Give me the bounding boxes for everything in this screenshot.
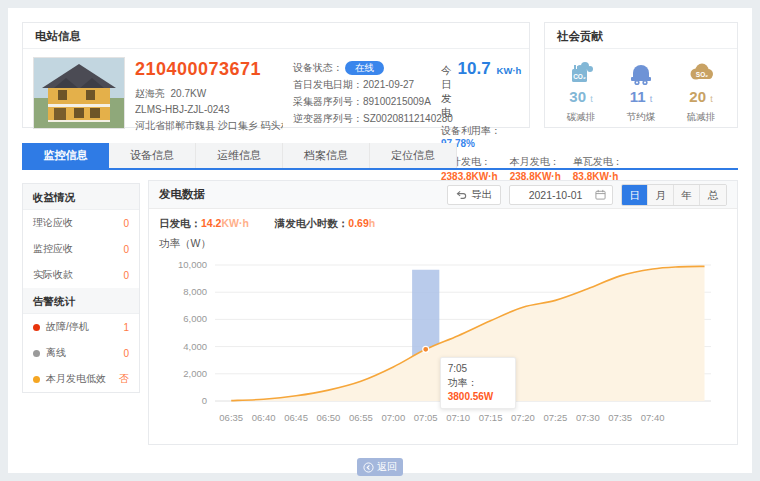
svg-text:07:05: 07:05 xyxy=(414,412,438,423)
station-info-card: 电站信息 xyxy=(22,22,530,128)
tab-monitoring[interactable]: 监控信息 xyxy=(22,143,109,168)
back-button-label: 返回 xyxy=(377,460,397,474)
alarm-row-value: 1 xyxy=(123,322,129,333)
first-gen-date: 2021-09-27 xyxy=(363,76,414,93)
svg-text:07:10: 07:10 xyxy=(446,412,470,423)
income-row-label: 理论应收 xyxy=(33,216,73,230)
tab-equipment[interactable]: 设备信息 xyxy=(109,143,196,168)
svg-text:2,000: 2,000 xyxy=(183,368,207,379)
income-row-label: 实际收款 xyxy=(33,268,73,282)
y-axis-label: 功率（W） xyxy=(159,237,727,251)
alarm-row-value: 否 xyxy=(119,372,129,386)
svg-text:8,000: 8,000 xyxy=(183,286,207,297)
income-row-value: 0 xyxy=(123,270,129,281)
social-contribution-card: 社会贡献 CO₂ 30 t 碳减排 xyxy=(544,22,738,128)
generation-data-panel: 发电数据 导出 2021-10-01 xyxy=(148,180,738,445)
first-gen-label: 首日发电日期： xyxy=(293,76,363,93)
alarm-row-fault: 故障/停机 1 xyxy=(23,314,139,340)
tab-archive[interactable]: 档案信息 xyxy=(283,143,370,168)
svg-text:06:35: 06:35 xyxy=(219,412,243,423)
tab-bar: 监控信息 设备信息 运维信息 档案信息 定位信息 xyxy=(22,143,738,170)
so2-unit: t xyxy=(710,94,713,104)
income-row-label: 监控应收 xyxy=(33,242,73,256)
power-area-chart: 02,0004,0006,0008,00010,00006:3506:4006:… xyxy=(159,253,725,438)
range-month-button[interactable]: 月 xyxy=(648,185,674,205)
svg-text:06:55: 06:55 xyxy=(349,412,373,423)
coal-saving-icon xyxy=(627,59,655,87)
alarm-row-label: 离线 xyxy=(46,346,66,360)
inverter-sn: SZ00208112140280 xyxy=(363,110,453,127)
date-value: 2021-10-01 xyxy=(516,189,595,201)
income-section-title: 收益情况 xyxy=(23,184,139,210)
coal-unit: t xyxy=(650,94,653,104)
export-button[interactable]: 导出 xyxy=(447,185,501,205)
station-owner: 赵海亮 xyxy=(135,88,165,99)
income-row-value: 0 xyxy=(123,218,129,229)
range-year-button[interactable]: 年 xyxy=(674,185,700,205)
offline-status-dot xyxy=(33,350,40,357)
svg-text:10,000: 10,000 xyxy=(178,259,207,270)
chart-panel-title: 发电数据 xyxy=(159,187,205,202)
full-hours-value: 0.69 xyxy=(348,217,368,229)
inverter-sn-label: 逆变器序列号： xyxy=(293,110,363,127)
device-status-label: 设备状态： xyxy=(293,59,343,76)
svg-text:6,000: 6,000 xyxy=(183,313,207,324)
day-generation-label: 日发电： xyxy=(159,217,201,229)
alarm-row-value: 0 xyxy=(123,348,129,359)
svg-text:4,000: 4,000 xyxy=(183,341,207,352)
so2-label: 硫减排 xyxy=(673,111,729,124)
co2-unit: t xyxy=(590,94,593,104)
svg-text:07:20: 07:20 xyxy=(511,412,535,423)
tab-operations[interactable]: 运维信息 xyxy=(196,143,283,168)
calendar-icon xyxy=(595,189,606,200)
svg-text:SO₂: SO₂ xyxy=(696,71,708,78)
full-hours-stat: 满发电小时数：0.69h xyxy=(275,217,375,233)
station-photo xyxy=(33,57,125,129)
svg-text:06:40: 06:40 xyxy=(252,412,276,423)
svg-text:06:50: 06:50 xyxy=(317,412,341,423)
export-arrow-icon xyxy=(456,190,467,200)
station-capacity: 20.7KW xyxy=(171,88,207,99)
income-row-value: 0 xyxy=(123,244,129,255)
so2-value: 20 xyxy=(689,88,706,105)
range-total-button[interactable]: 总 xyxy=(700,185,726,205)
svg-text:07:25: 07:25 xyxy=(544,412,568,423)
station-model: ZLMS-HBJ-ZJL-0243 xyxy=(135,102,283,118)
income-row-actual: 实际收款 0 xyxy=(23,262,139,288)
main-content: 电站信息 xyxy=(8,8,752,473)
svg-text:07:00: 07:00 xyxy=(381,412,405,423)
tab-location[interactable]: 定位信息 xyxy=(370,143,457,168)
date-picker[interactable]: 2021-10-01 xyxy=(509,185,613,205)
tab-underline xyxy=(22,168,738,170)
station-id: 210400073671 xyxy=(135,59,283,80)
alarm-section-title: 告警统计 xyxy=(23,288,139,314)
svg-text:0: 0 xyxy=(202,395,207,406)
export-button-label: 导出 xyxy=(471,188,492,202)
low-efficiency-status-dot xyxy=(33,376,40,383)
range-day-button[interactable]: 日 xyxy=(622,185,648,205)
svg-text:07:40: 07:40 xyxy=(641,412,665,423)
full-hours-label: 满发电小时数： xyxy=(275,217,349,229)
collector-sn-label: 采集器序列号： xyxy=(293,93,363,110)
co2-label: 碳减排 xyxy=(553,111,609,124)
alarm-row-low-efficiency: 本月发电低效 否 xyxy=(23,366,139,392)
day-generation-stat: 日发电：14.2KW·h xyxy=(159,217,249,233)
alarm-row-label: 本月发电低效 xyxy=(46,372,106,386)
income-row-theoretical: 理论应收 0 xyxy=(23,210,139,236)
today-gen-label: 今日发电 xyxy=(441,64,452,120)
social-item-so2: SO₂ 20 t 硫减排 xyxy=(673,57,729,124)
station-card-title: 电站信息 xyxy=(23,23,529,49)
back-circle-icon xyxy=(363,462,374,473)
coal-value: 11 xyxy=(630,88,646,105)
back-button[interactable]: 返回 xyxy=(357,458,403,476)
power-chart: 02,0004,0006,0008,00010,00006:3506:4006:… xyxy=(159,253,727,442)
social-item-coal: 11 t 节约煤 xyxy=(613,57,669,124)
status-badge: 在线 xyxy=(345,61,384,75)
fault-status-dot xyxy=(33,324,40,331)
alarm-row-label: 故障/停机 xyxy=(46,320,89,334)
range-segmented-control: 日 月 年 总 xyxy=(621,184,727,206)
station-address: 河北省邯郸市魏县 沙口集乡 码头村 xyxy=(135,118,283,134)
day-generation-value: 14.2 xyxy=(201,217,221,229)
coal-label: 节约煤 xyxy=(613,111,669,124)
co2-value: 30 xyxy=(569,88,586,105)
